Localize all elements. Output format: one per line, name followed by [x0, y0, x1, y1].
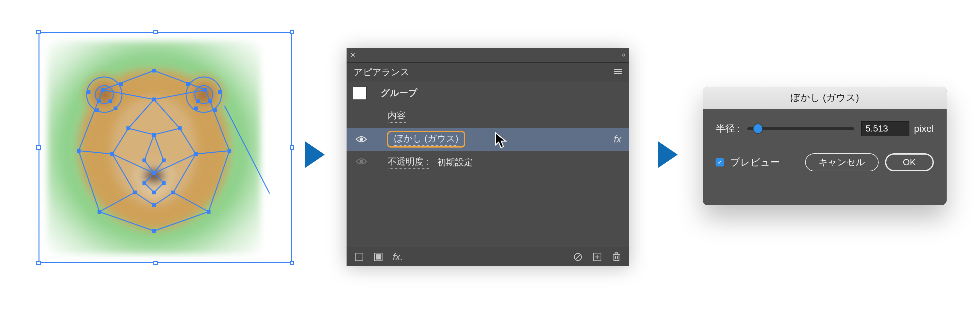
svg-rect-52	[376, 255, 381, 259]
appearance-opacity-row[interactable]: 不透明度 : 初期設定	[347, 151, 629, 174]
flow-arrow-1	[305, 141, 325, 168]
radius-slider[interactable]	[747, 127, 854, 130]
target-swatch[interactable]	[353, 86, 366, 100]
svg-point-49	[360, 160, 363, 163]
appearance-effect-row[interactable]: ぼかし (ガウス) fx	[347, 128, 629, 151]
fx-indicator[interactable]: fx	[614, 134, 621, 145]
appearance-panel: × « アピアランス グループ 内容 ぼかし (ガウス)	[347, 48, 629, 266]
svg-rect-46	[614, 71, 622, 72]
opacity-label: 不透明度 :	[388, 156, 429, 169]
radius-slider-thumb[interactable]	[754, 124, 762, 133]
flow-arrow-2	[658, 141, 678, 168]
canvas-selected-artwork	[38, 32, 270, 263]
effect-name-highlight[interactable]: ぼかし (ガウス)	[387, 131, 465, 148]
collapse-icon[interactable]: «	[622, 51, 626, 59]
swatch-icon[interactable]	[374, 252, 383, 262]
selection-bounding-box[interactable]	[38, 32, 270, 263]
radius-input[interactable]: 5.513	[861, 121, 909, 136]
opacity-value[interactable]: 初期設定	[437, 156, 473, 169]
mouse-cursor-icon	[494, 132, 508, 149]
svg-line-54	[575, 255, 581, 259]
gaussian-blur-dialog: ぼかし (ガウス) 半径 : 5.513 pixel ✓ プレビュー キャンセル…	[703, 87, 947, 205]
prohibit-icon[interactable]	[573, 252, 583, 262]
dialog-title: ぼかし (ガウス)	[703, 87, 947, 109]
panel-menu-icon[interactable]	[614, 68, 622, 77]
appearance-target-row: グループ	[347, 81, 629, 105]
cancel-button[interactable]: キャンセル	[805, 153, 878, 171]
visibility-toggle-dim-icon[interactable]	[356, 157, 367, 167]
no-fill-icon[interactable]	[354, 252, 364, 262]
svg-rect-45	[614, 69, 622, 70]
radius-label: 半径 :	[716, 122, 740, 135]
panel-title: アピアランス	[354, 66, 409, 78]
add-icon[interactable]	[592, 252, 602, 262]
contents-label: 内容	[388, 110, 406, 123]
svg-rect-47	[614, 73, 622, 74]
ok-button[interactable]: OK	[885, 153, 934, 171]
preview-label: プレビュー	[730, 156, 780, 169]
svg-rect-58	[614, 255, 619, 261]
close-icon[interactable]: ×	[350, 50, 355, 60]
fx-menu-icon[interactable]: fx.	[393, 252, 403, 262]
trash-icon[interactable]	[612, 252, 621, 262]
effect-name: ぼかし (ガウス)	[394, 132, 458, 146]
appearance-panel-footer: fx.	[347, 247, 629, 266]
radius-unit: pixel	[914, 123, 934, 134]
visibility-toggle-icon[interactable]	[356, 135, 367, 143]
svg-rect-50	[355, 253, 363, 261]
appearance-contents-row[interactable]: 内容	[347, 105, 629, 128]
svg-rect-60	[615, 253, 618, 254]
target-label: グループ	[380, 87, 417, 99]
preview-checkbox[interactable]: ✓	[716, 158, 724, 167]
svg-point-48	[360, 138, 363, 141]
